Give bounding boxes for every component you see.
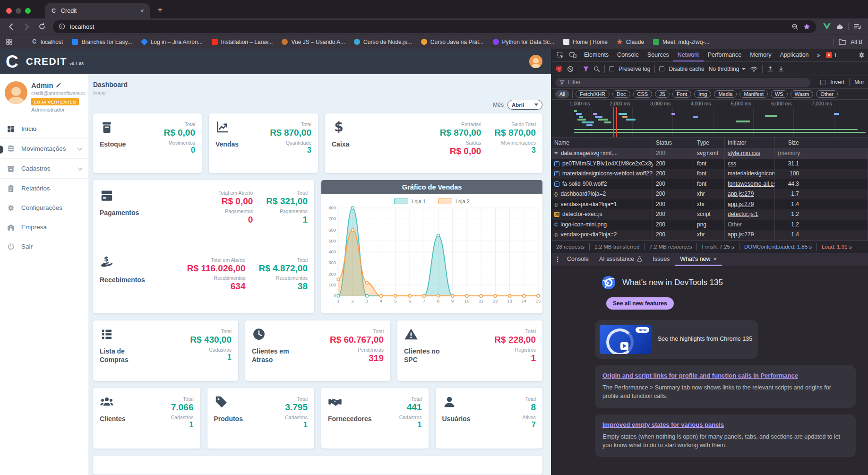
import-har-icon[interactable] [767,66,773,72]
bookmark-vue-js-usando-a[interactable]: Vue JS – Usando A... [282,39,345,45]
chip-font[interactable]: Font [672,90,691,98]
bookmark-home-home[interactable]: Home | Home [563,39,608,45]
drawer-tab-close-icon[interactable]: × [713,255,717,262]
more-filters-label-cut[interactable]: Mor [854,79,864,86]
tab-elements[interactable]: Elements [580,49,613,61]
error-badge[interactable]: ×1 [826,52,837,58]
disable-cache-checkbox[interactable] [659,66,664,71]
bookmark-meet-mdg-zfwq[interactable]: Meet: mdg-zfwq-... [653,39,709,45]
apps-grid-icon[interactable] [6,38,13,45]
search-icon[interactable] [593,66,600,72]
site-info-icon[interactable] [59,23,65,30]
section-title-link[interactable]: Origin and script links for profile and … [602,372,848,379]
bookmark-localhost[interactable]: Clocalhost [31,39,63,45]
section-title-link[interactable]: Improved empty states for various panels [602,421,848,428]
chip-manifest[interactable]: Manifest [739,90,768,98]
tab-list-icon[interactable] [853,23,861,30]
chip-doc[interactable]: Doc [612,90,630,98]
highlight-video-thumbnail[interactable]: new [600,325,652,354]
initiator-link[interactable]: app.js:279 [728,201,754,207]
tab-close-icon[interactable]: × [140,7,144,15]
network-filter-input[interactable]: Filter [555,78,810,87]
vue-devtools-icon[interactable] [823,23,831,30]
device-toolbar-icon[interactable] [567,52,579,59]
highlight-card[interactable]: new See the highlights from Chrome 135 [595,320,758,359]
folder-icon[interactable] [839,39,846,45]
drawer-tab-ai-assistance[interactable]: AI assistance [594,253,647,266]
chip-other[interactable]: Other [816,90,838,98]
column-header-name[interactable]: Name [551,138,653,148]
reload-icon[interactable] [35,21,49,32]
sidebar-item-empresa[interactable]: Empresa [0,217,88,237]
play-icon[interactable] [620,342,628,350]
extensions-puzzle-icon[interactable] [836,23,843,30]
chip-js[interactable]: JS [655,90,670,98]
zoom-indicator-icon[interactable] [791,23,799,30]
network-request-row[interactable]: {}vendas-por-dia?loja=1200xhrapp.js:2791… [551,199,868,210]
chip-img[interactable]: Img [694,90,711,98]
column-header-size[interactable]: Size [775,138,802,148]
tab-memory[interactable]: Memory [746,49,775,61]
throttling-select[interactable]: No throttling [709,66,746,72]
chip-css[interactable]: CSS [633,90,653,98]
forward-icon[interactable] [19,21,34,32]
network-request-row[interactable]: JSdetector-exec.js200scriptdetector.js:1… [551,209,868,220]
devtools-settings-gear-icon[interactable] [858,52,865,59]
filter-funnel-icon[interactable] [583,66,589,72]
network-request-row[interactable]: data:image/svg+xml,...200svg+xmlstyle.mi… [551,148,868,159]
bookmark-branches-for-easy[interactable]: Branches for Easy... [72,39,132,45]
header-user-avatar[interactable] [529,55,542,68]
tab-console[interactable]: Console [613,49,643,61]
chip-all[interactable]: All [555,90,569,98]
bookmark-installation-larav[interactable]: Installation – Larav... [212,39,273,45]
drawer-menu-dots-icon[interactable] [554,256,561,263]
maximize-window-button[interactable] [25,8,31,14]
network-overview-waterfall[interactable] [551,107,868,138]
bookmark-star-icon[interactable] [803,23,810,30]
record-icon[interactable] [556,65,563,72]
network-request-row[interactable]: Tfa-solid-900.woff2200fontfontawesome-al… [551,179,868,190]
chip-ws[interactable]: WS [771,90,788,98]
tab-application[interactable]: Application [775,49,813,61]
sidebar-item-movimenta-es[interactable]: Movimentações [0,139,88,158]
sidebar-item-relat-rios[interactable]: Relatórios [0,179,88,198]
bookmark-log-in-jira-anron[interactable]: Log in – Jira Anron... [141,39,203,45]
initiator-link[interactable]: fontawesome-all.css [728,181,775,187]
clear-icon[interactable] [567,66,574,72]
month-select[interactable]: Abril [507,100,542,110]
tab-performance[interactable]: Performance [704,49,746,61]
drawer-tab-what-s-new[interactable]: What's new× [675,253,722,266]
network-request-row[interactable]: Tmaterialdesignicons-webfont.woff2?v=1.8… [551,169,868,179]
initiator-link[interactable]: app.js:279 [728,190,754,197]
chip-media[interactable]: Media [714,90,737,98]
address-bar[interactable]: localhost [53,20,816,33]
all-bookmarks-label[interactable]: All B [851,39,862,45]
bookmark-python-for-data-sc[interactable]: Python for Data Sc... [493,39,555,45]
minimize-window-button[interactable] [16,8,21,14]
edit-pencil-icon[interactable] [56,83,61,88]
invert-checkbox[interactable] [820,80,825,85]
column-header-type[interactable]: Type [694,138,725,148]
preserve-log-checkbox[interactable] [609,66,614,71]
sidebar-item-cadastros[interactable]: Cadastros [0,159,88,178]
drawer-tab-issues[interactable]: Issues [647,253,675,266]
column-header-status[interactable]: Status [653,138,694,148]
initiator-link[interactable]: app.js:279 [728,231,754,238]
initiator-link[interactable]: css [728,160,736,167]
chip-fetch-xhr[interactable]: Fetch/XHR [576,90,610,98]
initiator-link[interactable]: detector.js:1 [728,211,758,217]
export-har-icon[interactable] [778,66,784,72]
bookmark-claude[interactable]: Claude [617,39,644,45]
chip-wasm[interactable]: Wasm [791,90,814,98]
initiator-link[interactable]: style.min.css [728,150,760,156]
back-icon[interactable] [4,21,18,32]
tab-network[interactable]: Network [673,49,704,61]
initiator-link[interactable]: materialdesignicons.mi [728,170,775,177]
bookmark-curso-java-na-pr-t[interactable]: Curso Java na Prát... [421,39,484,45]
network-request-row[interactable]: {}dashboard?loja=2200xhrapp.js:2791.7 [551,189,868,199]
sidebar-item-configura-es[interactable]: Configurações [0,198,88,217]
sidebar-item-sair[interactable]: Sair [0,237,88,256]
network-conditions-icon[interactable] [750,66,758,72]
bookmark-curso-de-node-js[interactable]: Curso de Node.js... [354,39,412,45]
tab-sources[interactable]: Sources [643,49,673,61]
